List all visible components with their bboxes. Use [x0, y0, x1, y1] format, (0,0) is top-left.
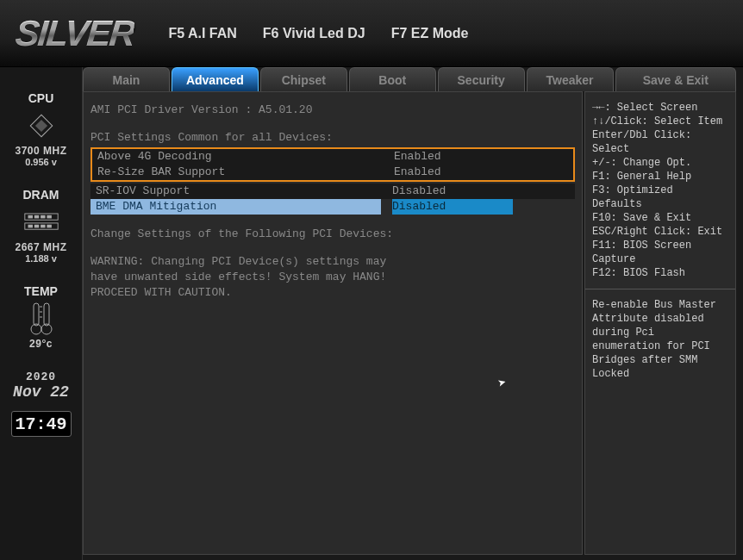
temp-value: 29°c [0, 338, 82, 350]
driver-version: AMI PCI Driver Version : A5.01.20 [91, 103, 575, 118]
help-panel: →←: Select Screen ↑↓/Click: Select Item … [584, 91, 736, 555]
tab-chipset[interactable]: Chipset [260, 67, 347, 91]
setting-bme-dma[interactable]: BME DMA Mitigation Disabled [91, 199, 575, 215]
help-line: F3: Optimized Defaults [592, 184, 728, 211]
setting-value: Disabled [392, 184, 513, 199]
tab-main[interactable]: Main [83, 67, 170, 91]
svg-rect-8 [28, 225, 32, 228]
help-line: F12: BIOS Flash [592, 266, 728, 280]
tab-save-exit[interactable]: Save & Exit [615, 67, 736, 91]
svg-rect-4 [34, 215, 38, 219]
setting-value: Disabled [392, 199, 513, 215]
help-line: F1: General Help [592, 170, 728, 184]
svg-rect-1 [34, 120, 47, 132]
svg-rect-11 [47, 225, 51, 228]
temp-label: TEMP [0, 284, 82, 298]
top-bar: SILVER F5 A.I FAN F6 Vivid Led DJ F7 EZ … [0, 0, 743, 67]
setting-label: Above 4G Decoding [92, 149, 394, 165]
help-description: Re-enable Bus Master Attribute disabled … [592, 298, 728, 381]
highlighted-settings: Above 4G Decoding Enabled Re-Size BAR Su… [91, 147, 575, 182]
warning-line-3: PROCEED WITH CAUTION. [91, 285, 575, 301]
cpu-block: CPU 3700 MHZ 0.956 v [0, 91, 82, 167]
setting-label: Re-Size BAR Support [92, 165, 394, 180]
temp-block: TEMP 29°c [0, 284, 82, 350]
cpu-volt: 0.956 v [0, 157, 82, 167]
tab-security[interactable]: Security [438, 67, 525, 91]
fkey-f6[interactable]: F6 Vivid Led DJ [263, 26, 365, 41]
help-line: Enter/Dbl Click: Select [592, 128, 728, 156]
status-sidebar: CPU 3700 MHZ 0.956 v DRAM 2667 MHZ 1.188… [0, 67, 83, 560]
svg-rect-9 [34, 225, 38, 228]
svg-rect-6 [47, 215, 51, 219]
svg-rect-10 [41, 225, 45, 228]
warning-line-2: have unwanted side effects! System may H… [91, 270, 575, 285]
tab-tweaker[interactable]: Tweaker [527, 67, 614, 91]
change-settings-header: Change Settings of the Following PCI Dev… [91, 227, 575, 242]
dram-volt: 1.188 v [0, 253, 82, 264]
svg-rect-12 [34, 303, 39, 326]
setting-value: Enabled [394, 165, 515, 180]
date-block: 2020 Nov 22 [0, 370, 82, 401]
setting-label: SR-IOV Support [91, 184, 392, 199]
setting-resize-bar[interactable]: Re-Size BAR Support Enabled [92, 165, 573, 180]
warning-line-1: WARNING: Changing PCI Device(s) settings… [91, 254, 575, 270]
setting-label: BME DMA Mitigation [91, 199, 392, 215]
help-line: ESC/Right Click: Exit [592, 225, 728, 239]
help-line: F11: BIOS Screen Capture [592, 239, 728, 266]
help-line: →←: Select Screen [592, 101, 728, 115]
tab-boot[interactable]: Boot [349, 67, 436, 91]
thermometer-icon [23, 305, 59, 333]
brand-logo: SILVER [14, 13, 136, 54]
setting-sriov[interactable]: SR-IOV Support Disabled [91, 184, 575, 199]
dram-icon [23, 208, 59, 236]
svg-rect-5 [41, 215, 45, 219]
setting-value: Enabled [394, 149, 515, 165]
section-header: PCI Settings Common for all Devices: [91, 130, 575, 146]
fkey-f5[interactable]: F5 A.I FAN [168, 26, 236, 41]
dram-label: DRAM [0, 188, 82, 202]
fkey-f7[interactable]: F7 EZ Mode [391, 26, 469, 41]
setting-above-4g[interactable]: Above 4G Decoding Enabled [92, 149, 573, 165]
tab-bar: Main Advanced Chipset Boot Security Twea… [83, 67, 736, 91]
help-line: F10: Save & Exit [592, 211, 728, 225]
fkey-hints: F5 A.I FAN F6 Vivid Led DJ F7 EZ Mode [168, 26, 468, 41]
dram-freq: 2667 MHZ [0, 241, 82, 253]
svg-rect-3 [28, 215, 32, 219]
date-year: 2020 [0, 370, 82, 383]
cpu-label: CPU [0, 91, 82, 105]
help-line: ↑↓/Click: Select Item [592, 115, 728, 128]
date-monthday: Nov 22 [0, 383, 82, 401]
main-panel: AMI PCI Driver Version : A5.01.20 PCI Se… [83, 91, 583, 555]
svg-rect-14 [44, 303, 49, 326]
clock: 17:49 [11, 411, 72, 437]
tab-advanced[interactable]: Advanced [172, 67, 259, 91]
help-line: +/-: Change Opt. [592, 156, 728, 170]
cpu-icon [23, 112, 59, 140]
cpu-freq: 3700 MHZ [0, 145, 82, 157]
dram-block: DRAM 2667 MHZ 1.188 v [0, 188, 82, 264]
